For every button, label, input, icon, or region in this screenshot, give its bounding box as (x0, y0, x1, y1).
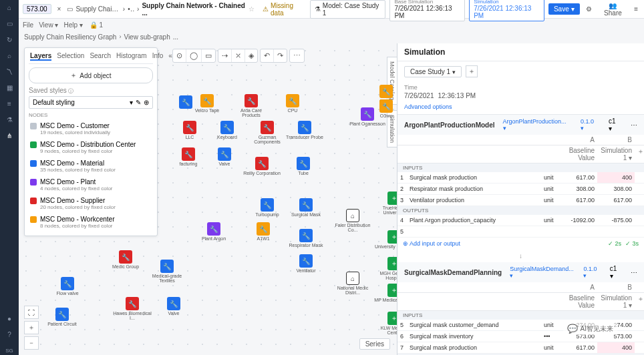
add-col-icon[interactable]: ＋ (635, 293, 644, 310)
tab-histogram[interactable]: Histogram (116, 52, 147, 61)
chart-icon[interactable]: 〽 (5, 67, 14, 76)
zoom-in-icon[interactable]: ＋ (24, 321, 39, 334)
graph-node[interactable]: 🔧 (119, 250, 132, 264)
edit-icon[interactable]: ✎ (136, 99, 141, 106)
col-select[interactable]: c1 ▾ (609, 117, 621, 132)
graph-node[interactable]: 🔧 (379, 85, 393, 98)
model-more-icon[interactable]: ⋯ (631, 269, 637, 276)
graph-node[interactable]: 🔧 (61, 277, 74, 290)
graph-node[interactable]: 🔧 (255, 157, 269, 170)
table-row[interactable]: 4Plant Argon production_capacityunit-109… (397, 215, 644, 226)
layers-icon[interactable]: ≡ (5, 99, 14, 108)
tool-link[interactable]: ⇢ (218, 49, 231, 62)
node-type-item[interactable]: MSC Demo - Workcenter8 nodes, colored by… (29, 213, 153, 232)
node-type-item[interactable]: MSC Demo - Supplier20 nodes, colored by … (29, 194, 153, 213)
tool-lasso[interactable]: ◯ (186, 49, 201, 62)
graph-node[interactable]: 🔧 (160, 260, 174, 273)
graph-node[interactable]: 🔧 (126, 297, 139, 310)
version-select[interactable]: 0.1.0 ▾ (583, 266, 600, 279)
close-chip-icon[interactable]: × (55, 3, 63, 15)
model-select[interactable]: ArgonPlantProduction... ▾ (503, 118, 571, 131)
tool-undo[interactable]: ↶ (261, 49, 273, 62)
user-badge[interactable]: SG (5, 346, 14, 355)
tab-selection[interactable]: Selection (57, 52, 84, 61)
tab-layers[interactable]: Layers (30, 52, 51, 61)
tool-more[interactable]: ⋯ (290, 49, 304, 62)
graph-node[interactable]: 🔧 (218, 147, 231, 161)
graph-node[interactable]: 🔧 (261, 198, 274, 212)
graph-node[interactable]: ＋ (387, 230, 397, 244)
graph-node[interactable]: 🔧 (299, 198, 313, 212)
crumb-1[interactable]: Supply Chain ... (75, 5, 120, 13)
model-selector[interactable]: ⚗ Model: Case Study 1 (310, 0, 386, 19)
table-row[interactable]: 1Surgical mask productionunit617.00400 (397, 172, 644, 184)
folder-icon[interactable]: ▭ (5, 19, 14, 28)
grid-icon[interactable]: ▦ (5, 83, 14, 92)
add-io-link[interactable]: ⊕ Add input or output (403, 240, 604, 247)
graph-icon[interactable]: ⋔ (5, 131, 14, 140)
menu-icon[interactable]: ≡ (632, 3, 640, 15)
zoom-out-icon[interactable]: － (24, 336, 39, 350)
graph-node[interactable]: ⌂ (346, 209, 359, 222)
menu-file[interactable]: File (23, 21, 33, 29)
add-case-button[interactable]: ＋ (466, 65, 478, 77)
help-icon[interactable]: ? (5, 330, 14, 339)
model-more-icon[interactable]: ⋯ (631, 121, 637, 129)
node-type-item[interactable]: MSC Demo - Distribution Center9 nodes, c… (29, 138, 153, 157)
tool-tag[interactable]: ◈ (245, 49, 257, 62)
menu-help[interactable]: Help ▾ (63, 21, 82, 29)
tab-search[interactable]: Search (90, 52, 111, 61)
table-row[interactable]: 3Ventilator productionunit617.00617.00 (397, 195, 644, 206)
menu-view[interactable]: View ▾ (39, 21, 58, 29)
graph-node[interactable]: 🔧 (379, 99, 393, 113)
node-type-item[interactable]: MSC Demo - Material35 nodes, colored by … (29, 157, 153, 175)
metric-chip[interactable]: 573.00 (23, 4, 51, 14)
add-style-icon[interactable]: ⊕ (144, 99, 149, 106)
style-select[interactable]: Default styling▾ ✎ ⊕ (29, 96, 153, 109)
collapse-icon[interactable]: « (168, 52, 172, 61)
graph-node[interactable]: 🔧 (297, 157, 310, 170)
node-type-item[interactable]: MSC Demo - Customer19 nodes, colored ind… (29, 119, 153, 138)
model-select[interactable]: SurgicalMaskDemand... ▾ (510, 266, 574, 279)
graph-node[interactable]: 🔧 (179, 95, 192, 109)
table-row[interactable]: 7Surgical mask productionunit617.00400 (397, 342, 644, 354)
tool-rect[interactable]: ▭ (201, 49, 215, 62)
graph-node[interactable]: 🔧 (298, 121, 311, 134)
crumb-2[interactable]: ••• (128, 5, 134, 13)
add-col-icon[interactable]: ＋ (635, 145, 644, 163)
add-object-button[interactable]: ＋ Add object (29, 67, 153, 83)
graph-node[interactable]: 🔧 (207, 222, 220, 236)
graph-node[interactable]: 🔧 (245, 94, 258, 107)
graph-node[interactable]: 🔧 (200, 94, 214, 107)
history-icon[interactable]: ↻ (5, 35, 14, 44)
graph-node[interactable]: ＋ (387, 192, 397, 205)
share-button[interactable]: 👥 Share (598, 0, 628, 19)
graph-node[interactable]: 🔧 (261, 121, 274, 134)
graph-node[interactable]: ＋ (387, 257, 397, 270)
tool-pointer[interactable]: ⊙ (173, 49, 186, 62)
graph-node[interactable]: 🔧 (299, 229, 313, 242)
graph-node[interactable]: ＋ (387, 312, 397, 325)
version-select[interactable]: 0.1.0 ▾ (581, 118, 599, 131)
flask-icon[interactable]: ⚗ (5, 115, 14, 124)
graph-canvas[interactable]: Layers Selection Search Histogram Info «… (19, 43, 397, 355)
crumb-graph[interactable]: Supply Chain Resiliency Graph (24, 33, 116, 41)
search-icon[interactable]: ⌕ (5, 51, 14, 60)
table-row[interactable]: 2Respirator mask productionunit308.00308… (397, 184, 644, 195)
graph-node[interactable]: 🔧 (167, 297, 180, 310)
zoom-fit-icon[interactable]: ⛶ (24, 306, 39, 319)
save-button[interactable]: Save ▾ (548, 3, 580, 15)
star-icon[interactable]: ☆ (249, 5, 255, 13)
graph-node[interactable]: 🔧 (257, 222, 270, 236)
crumb-subgraph[interactable]: View sub-graph (124, 33, 170, 41)
graph-node[interactable]: 🔧 (55, 308, 69, 321)
graph-node[interactable]: 🔧 (183, 121, 196, 134)
missing-data-warning[interactable]: ⚠ Missing data (263, 2, 306, 17)
tool-unlink[interactable]: ⤫ (231, 49, 245, 62)
home-icon[interactable]: ⌂ (5, 3, 14, 12)
graph-node[interactable]: 🔧 (299, 254, 313, 268)
tab-info[interactable]: Info (152, 52, 164, 61)
series-button[interactable]: Series (359, 338, 390, 350)
gear-icon[interactable]: ⚙ (584, 3, 594, 15)
node-type-item[interactable]: MSC Demo - Plant4 nodes, colored by fixe… (29, 175, 153, 194)
